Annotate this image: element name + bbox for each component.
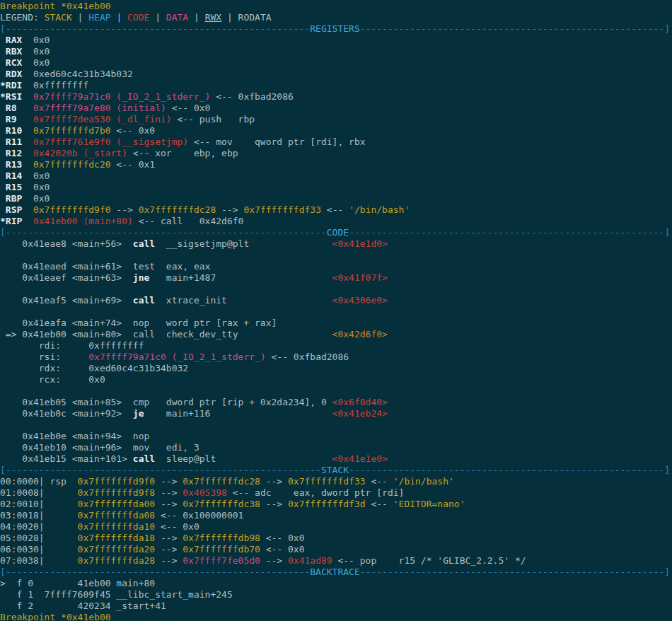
text-segment: CODE <box>327 227 349 238</box>
text-segment: 0x41eb10 <main+96> mov edi, 3 <box>0 442 199 453</box>
terminal-line <box>0 250 672 261</box>
terminal-line: > f 0 41eb00 main+80 <box>0 578 672 589</box>
text-segment: 0x7fffffffd9f0 <box>78 476 156 487</box>
terminal-line: R15 0x0 <box>0 182 672 193</box>
text-segment: call <box>133 295 155 306</box>
text-segment: 0x41ad89 <box>288 555 332 566</box>
text-segment: 0x7fffffffdf33 <box>288 476 366 487</box>
text-segment: --> <box>155 533 183 543</box>
text-segment <box>22 204 33 215</box>
text-segment: 0x7fffffffdc20 <box>33 159 111 170</box>
text-segment: <0x4306e0> <box>332 295 388 306</box>
text-segment: --> <box>155 476 183 487</box>
text-segment: RAX <box>0 35 22 45</box>
text-segment: ----------------------------------------… <box>349 227 670 238</box>
stack-panel: [---------------------------------------… <box>0 465 672 567</box>
terminal-line: rcx: 0x0 <box>0 374 672 385</box>
text-segment: rsi: <box>0 352 88 362</box>
text-segment: 0x41eb15 <main+101> <box>0 453 133 464</box>
text-segment: --> <box>111 204 139 215</box>
text-segment: <-- call 0x42d6f0 <box>133 216 244 226</box>
text-segment <box>22 148 33 158</box>
text-segment: R14 <box>0 170 22 181</box>
text-segment: main+1487 <box>149 272 332 283</box>
text-segment <box>22 159 33 170</box>
text-segment: __sigsetjmp@plt <box>155 238 332 249</box>
text-segment: 0x0 <box>22 170 50 181</box>
text-segment: <-- 0x0 <box>260 544 305 555</box>
text-segment: 0x41eb0e <main+94> nop <box>0 431 149 441</box>
text-segment: 04:0020| <box>0 521 78 532</box>
terminal-line: 0x41eb05 <main+85> cmp dword ptr [rip + … <box>0 397 672 408</box>
terminal-line: rdi: 0xffffffff <box>0 340 672 352</box>
text-segment: --> <box>216 204 243 215</box>
terminal-line: *RSI 0x7ffff79a71c0 (_IO_2_1_stderr_) <-… <box>0 91 672 103</box>
text-segment: ----------------------------------------… <box>349 465 670 475</box>
text-segment: 02:0010| <box>0 499 78 509</box>
debugger-terminal-output[interactable]: Breakpoint *0x41eb00LEGEND: STACK | HEAP… <box>0 0 672 621</box>
terminal-line: => 0x41eb00 <main+80> call check_dev_tty… <box>0 329 672 340</box>
text-segment: R8 <box>0 103 16 113</box>
registers-panel: [---------------------------------------… <box>0 23 672 227</box>
prompt-footer: Breakpoint *0x41eb00 <box>0 612 672 621</box>
text-segment: | <box>221 12 238 23</box>
text-segment: <-- <box>366 476 393 487</box>
text-segment: --> <box>260 555 288 566</box>
terminal-line <box>0 419 672 431</box>
text-segment: 0x7fffffffdb98 <box>183 533 260 543</box>
terminal-line: f 2 420234 _start+41 <box>0 600 672 612</box>
text-segment: [---------------------------------------… <box>0 465 321 475</box>
text-segment: --> <box>260 499 288 509</box>
text-segment: 0x0 <box>22 182 50 192</box>
text-segment: R11 <box>0 137 22 147</box>
text-segment: 0x7ffff79a7e80 (initial) <box>33 103 166 113</box>
text-segment: 07:0038| <box>0 555 78 566</box>
text-segment: 0x7fffffffdc28 <box>183 476 260 487</box>
text-segment: rcx: 0x0 <box>0 374 105 385</box>
text-segment: 0x7fffffffdf33 <box>243 204 321 215</box>
text-segment: Breakpoint *0x41eb00 <box>0 612 111 621</box>
text-segment: 0x7fffffffda00 <box>78 499 156 509</box>
text-segment: rdi: 0xffffffff <box>0 340 144 351</box>
text-segment: <0x42d6f0> <box>332 329 388 339</box>
text-segment: [---------------------------------------… <box>0 227 327 238</box>
text-segment: | <box>72 12 88 23</box>
text-segment: STACK <box>321 465 349 475</box>
terminal-line: 0x41eb15 <main+101> call sleep@plt <0x41… <box>0 453 672 465</box>
terminal-line: 0x41eaef <main+63> jne main+1487 <0x41f0… <box>0 272 672 284</box>
text-segment: BACKTRACE <box>310 567 359 577</box>
terminal-line: R13 0x7fffffffdc20 <-- 0x1 <box>0 159 672 170</box>
text-segment: 0x42020b (_start) <box>33 148 127 158</box>
terminal-line <box>0 385 672 397</box>
terminal-line: [---------------------------------------… <box>0 23 672 35</box>
text-segment: 0x7fffffffd9f8 <box>78 487 156 498</box>
text-segment: [---------------------------------------… <box>0 23 310 34</box>
terminal-line <box>0 306 672 318</box>
text-segment: 0x7fffffffda28 <box>78 555 156 566</box>
text-segment: --> <box>155 555 183 566</box>
text-segment: <-- adc eax, dword ptr [rdi] <box>227 487 404 498</box>
text-segment: 'EDITOR=nano' <box>393 499 465 509</box>
text-segment: | <box>111 12 127 23</box>
terminal-line: R8 0x7ffff79a7e80 (initial) <-- 0x0 <box>0 103 672 114</box>
text-segment: *RIP <box>0 216 22 226</box>
text-segment: 0x7ffff761e9f0 (__sigsetjmp) <box>33 137 188 147</box>
text-segment: --> <box>155 544 183 555</box>
terminal-line: RAX 0x0 <box>0 35 672 46</box>
text-segment: 0x7ffff79a71c0 (_IO_2_1_stderr_) <box>33 91 210 102</box>
text-segment: 0x7ffff7dea530 (_dl_fini) <box>33 114 172 124</box>
terminal-line: 04:0020| 0x7fffffffda10 <-- 0x0 <box>0 521 672 533</box>
text-segment: 0x41eb00 (main+80) <box>33 216 133 226</box>
text-segment: 0xffffffff <box>22 80 88 91</box>
text-segment: 0x41eae8 <main+56> <box>0 238 133 249</box>
text-segment: RBX <box>0 46 22 57</box>
text-segment: 0x7fffffffd7b0 <box>33 125 111 136</box>
text-segment: | <box>188 12 204 23</box>
text-segment <box>22 125 33 136</box>
text-segment: 0xed60c4c31b34b032 <box>22 69 133 79</box>
text-segment: 0x41eb0c <main+92> <box>0 408 133 419</box>
terminal-line: 02:0010| 0x7fffffffda00 --> 0x7fffffffdc… <box>0 499 672 510</box>
text-segment <box>22 91 33 102</box>
terminal-line: 0x41eaed <main+61> test eax, eax <box>0 261 672 272</box>
text-segment: > f 0 41eb00 main+80 <box>0 578 155 588</box>
